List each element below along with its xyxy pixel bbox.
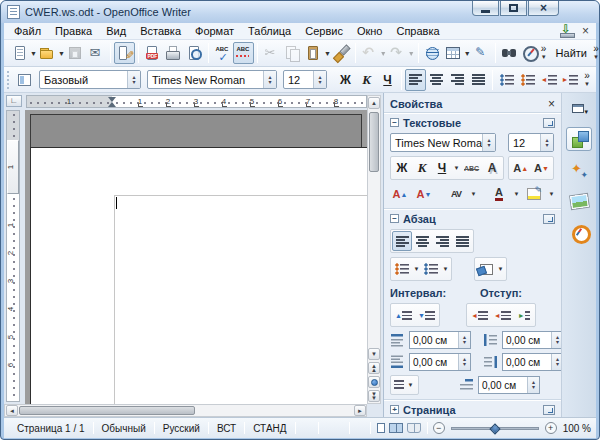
increase-font-size-button[interactable]: A▲ <box>510 158 531 178</box>
align-center-button[interactable] <box>426 69 447 91</box>
find-replace-button[interactable] <box>499 42 520 64</box>
scroll-right-button[interactable]: ► <box>354 405 366 416</box>
sidebar-font-size-combobox[interactable]: 12 <box>508 133 554 152</box>
hyperlink-button[interactable] <box>422 42 443 64</box>
sidebar-decrease-indent-button[interactable]: ◄ <box>468 305 491 325</box>
sidebar-underline-button[interactable]: Ч <box>432 158 452 178</box>
paste-button[interactable] <box>303 42 324 64</box>
line-spacing-button[interactable]: ▼ <box>390 375 419 395</box>
tab-styles[interactable] <box>566 158 592 182</box>
first-line-indent-field[interactable]: 0,00 см <box>478 376 540 394</box>
menu-help[interactable]: Справка <box>389 24 446 38</box>
close-button[interactable]: × <box>528 1 559 16</box>
font-combo-arrows[interactable] <box>263 71 276 88</box>
new-document-button[interactable] <box>9 42 30 64</box>
increase-indent-button[interactable] <box>559 69 580 91</box>
undo-dropdown[interactable]: ▼ <box>380 42 387 64</box>
horizontal-scrollbar[interactable]: ◄ ► <box>4 404 367 417</box>
numbered-list-button[interactable] <box>496 69 517 91</box>
sidebar-align-right-button[interactable] <box>432 231 452 251</box>
font-size-combobox[interactable]: 12 <box>283 70 327 89</box>
close-document-icon[interactable]: × <box>582 25 589 37</box>
justify-button[interactable] <box>468 69 489 91</box>
next-page-button[interactable]: ▼▼ <box>368 390 380 402</box>
sidebar-font-name-combobox[interactable]: Times New Roman <box>390 133 496 152</box>
character-spacing-button[interactable]: AV <box>446 184 466 204</box>
menu-insert[interactable]: Вставка <box>133 24 188 38</box>
sidebar-justify-button[interactable] <box>452 231 472 251</box>
book-view-button[interactable] <box>407 423 421 433</box>
horizontal-ruler[interactable]: 1 1 2 3 4 5 6 7 8 <box>26 95 367 108</box>
status-page-style[interactable]: Обычный <box>94 423 154 434</box>
undo-button[interactable] <box>359 42 380 64</box>
collapse-icon[interactable]: − <box>390 118 399 127</box>
strikethrough-button[interactable]: ABC <box>461 158 482 178</box>
status-page-number[interactable]: Страница 1 / 1 <box>9 423 93 434</box>
character-spacing-dropdown[interactable]: ▼ <box>470 191 477 197</box>
expand-icon[interactable]: + <box>390 405 399 414</box>
page-dialog-launcher-icon[interactable] <box>543 405 555 415</box>
print-button[interactable] <box>163 42 184 64</box>
align-left-button[interactable] <box>405 69 426 91</box>
copy-button[interactable] <box>282 42 303 64</box>
scroll-up-button[interactable]: ▲ <box>368 97 380 109</box>
highlight-color-button[interactable] <box>524 184 544 204</box>
sidebar-close-icon[interactable]: × <box>548 97 555 111</box>
menu-table[interactable]: Таблица <box>241 24 298 38</box>
font-name-combobox[interactable]: Times New Roman <box>147 70 277 89</box>
numbered-list-dropdown[interactable]: ▼ <box>441 266 450 272</box>
decrease-spacing-button[interactable]: ▼ <box>415 305 438 325</box>
email-button[interactable] <box>86 42 107 64</box>
status-language[interactable]: Русский <box>155 423 208 434</box>
status-selection-mode[interactable]: СТАНД <box>245 423 294 434</box>
scroll-down-button[interactable]: ▼ <box>368 348 380 360</box>
sidebar-bullet-list-button[interactable] <box>392 259 412 279</box>
paragraph-section-header[interactable]: − Абзац <box>384 210 561 227</box>
sidebar-menu-button[interactable] <box>566 96 592 120</box>
update-available-icon[interactable] <box>560 25 574 38</box>
tab-properties[interactable] <box>566 127 592 151</box>
sidebar-italic-button[interactable]: K <box>412 158 432 178</box>
tab-gallery[interactable] <box>566 189 592 213</box>
left-indent-marker[interactable] <box>108 98 116 107</box>
document-page[interactable] <box>30 147 367 404</box>
zoom-level[interactable]: 100 % <box>557 423 591 434</box>
scroll-left-button[interactable]: ◄ <box>6 405 18 416</box>
menu-window[interactable]: Окно <box>350 24 390 38</box>
background-dropdown[interactable]: ▼ <box>496 266 505 272</box>
find-toolbar-label[interactable]: Найти <box>550 47 593 59</box>
indent-before-field[interactable]: 0,00 см <box>502 331 562 349</box>
sidebar-numbered-list-button[interactable] <box>421 259 441 279</box>
edit-file-button[interactable] <box>114 42 135 64</box>
page-section-header[interactable]: + Страница <box>384 401 561 417</box>
sidebar-bold-button[interactable]: Ж <box>392 158 412 178</box>
vertical-ruler[interactable]: 1 1 2 3 4 5 6 <box>6 110 20 402</box>
single-page-view-button[interactable] <box>377 423 385 433</box>
paragraph-style-combobox[interactable]: Базовый <box>39 70 141 89</box>
character-dialog-launcher-icon[interactable] <box>543 118 555 128</box>
paragraph-background-button[interactable] <box>476 259 496 279</box>
align-right-button[interactable] <box>447 69 468 91</box>
italic-button[interactable]: K <box>356 69 377 91</box>
menu-file[interactable]: Файл <box>7 24 48 38</box>
menu-view[interactable]: Вид <box>99 24 133 38</box>
font-color-dropdown[interactable]: ▼ <box>513 191 520 197</box>
paragraph-dialog-launcher-icon[interactable] <box>543 214 555 224</box>
paste-dropdown[interactable]: ▼ <box>324 42 331 64</box>
style-combo-arrows[interactable] <box>127 71 140 88</box>
zoom-out-button[interactable]: − <box>433 422 445 434</box>
spacing-below-field[interactable]: 0,00 см <box>409 353 471 371</box>
size-combo-arrows[interactable] <box>313 71 326 88</box>
indent-after-field[interactable]: 0,00 см <box>502 353 562 371</box>
autospellcheck-button[interactable]: ABC <box>233 42 254 64</box>
lowercase-button[interactable]: A▼ <box>414 184 434 204</box>
zoom-slider[interactable] <box>451 427 539 430</box>
navigator-button[interactable] <box>520 42 541 64</box>
formatting-overflow-button[interactable]: »▼ <box>580 68 594 92</box>
bullet-list-dropdown[interactable]: ▼ <box>412 266 421 272</box>
save-button[interactable] <box>65 42 86 64</box>
toolbar-grip[interactable] <box>6 71 11 89</box>
zoom-in-button[interactable]: + <box>545 422 557 434</box>
collapse-icon[interactable]: − <box>390 214 399 223</box>
shadow-button[interactable]: A <box>482 158 502 178</box>
